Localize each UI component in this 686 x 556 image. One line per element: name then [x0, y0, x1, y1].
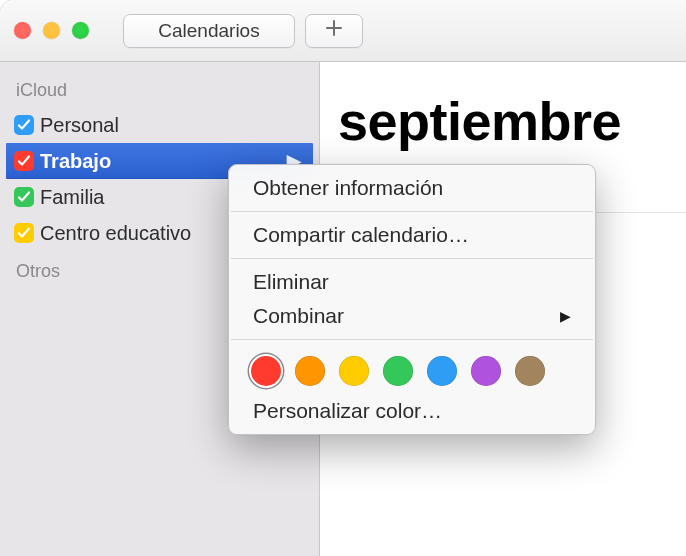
menu-item-label: Personalizar color… [253, 399, 442, 423]
minimize-window-button[interactable] [43, 22, 60, 39]
checkbox-icon[interactable] [14, 151, 34, 171]
checkbox-icon[interactable] [14, 187, 34, 207]
menu-item-custom-color[interactable]: Personalizar color… [229, 394, 595, 428]
calendars-toggle-label: Calendarios [158, 20, 259, 42]
calendars-toggle-button[interactable]: Calendarios [123, 14, 295, 48]
close-window-button[interactable] [14, 22, 31, 39]
checkbox-icon[interactable] [14, 115, 34, 135]
chevron-right-icon: ▶ [560, 308, 571, 324]
menu-separator [231, 211, 593, 212]
maximize-window-button[interactable] [72, 22, 89, 39]
menu-item-merge[interactable]: Combinar ▶ [229, 299, 595, 333]
checkbox-icon[interactable] [14, 223, 34, 243]
context-menu: Obtener información Compartir calendario… [228, 164, 596, 435]
traffic-lights [14, 22, 89, 39]
titlebar: Calendarios [0, 0, 686, 62]
menu-item-get-info[interactable]: Obtener información [229, 171, 595, 205]
calendar-item-label: Personal [40, 114, 307, 137]
calendar-item-personal[interactable]: Personal [0, 107, 319, 143]
color-swatch-blue[interactable] [427, 356, 457, 386]
menu-item-label: Obtener información [253, 176, 443, 200]
color-swatch-orange[interactable] [295, 356, 325, 386]
app-window: Calendarios iCloud Personal [0, 0, 686, 556]
month-title: septiembre [338, 90, 621, 152]
menu-item-label: Compartir calendario… [253, 223, 469, 247]
menu-item-delete[interactable]: Eliminar [229, 265, 595, 299]
menu-item-share-calendar[interactable]: Compartir calendario… [229, 218, 595, 252]
color-swatch-yellow[interactable] [339, 356, 369, 386]
sidebar-group-label: iCloud [0, 70, 319, 107]
add-event-button[interactable] [305, 14, 363, 48]
plus-icon [324, 18, 344, 43]
menu-item-label: Eliminar [253, 270, 329, 294]
menu-separator [231, 339, 593, 340]
color-swatch-brown[interactable] [515, 356, 545, 386]
color-swatch-row [229, 346, 595, 394]
color-swatch-green[interactable] [383, 356, 413, 386]
color-swatch-purple[interactable] [471, 356, 501, 386]
menu-item-label: Combinar [253, 304, 344, 328]
menu-separator [231, 258, 593, 259]
color-swatch-red[interactable] [251, 356, 281, 386]
